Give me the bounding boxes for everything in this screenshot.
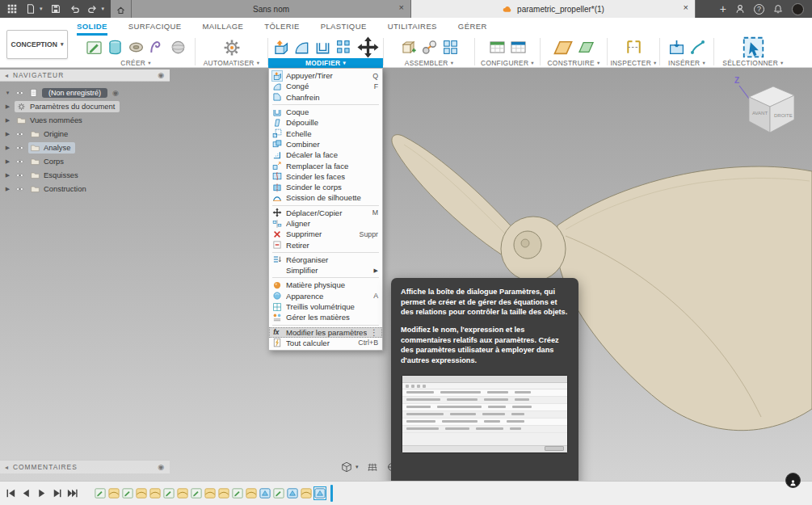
menu-item-aligner[interactable]: Aligner xyxy=(269,218,382,229)
timeline-feature-icon[interactable] xyxy=(204,487,216,499)
tree-item-parametres-document[interactable]: ▶ Paramètres du document xyxy=(0,99,170,113)
timeline-feature-icon[interactable] xyxy=(136,487,147,499)
app-grid-icon[interactable] xyxy=(6,3,18,15)
view-cube[interactable]: Z AVANT DROITE xyxy=(730,73,804,144)
close-tab-icon[interactable]: × xyxy=(684,2,688,12)
focus-target-icon[interactable]: ◉ xyxy=(112,89,119,97)
timeline-feature-icon[interactable] xyxy=(301,487,312,499)
save-icon[interactable] xyxy=(50,3,61,15)
viewcube-front-face[interactable]: AVANT xyxy=(752,111,768,116)
tab-maillage[interactable]: MAILLAGE xyxy=(203,18,244,36)
tab-tolerie[interactable]: TÔLERIE xyxy=(264,18,299,36)
construction-plane-icon[interactable] xyxy=(553,37,574,58)
timeline-sketch-feature-icon[interactable] xyxy=(95,487,106,499)
menu-item-matiere-physique[interactable]: Matière physique xyxy=(269,280,382,290)
tab-solide[interactable]: SOLIDE xyxy=(77,18,107,36)
menu-item-reorganiser[interactable]: Réorganiser xyxy=(269,255,382,265)
tab-plastique[interactable]: PLASTIQUE xyxy=(321,18,367,36)
group-label-automatiser[interactable]: AUTOMATISER▾ xyxy=(196,58,267,68)
menu-item-treillis-volumetrique[interactable]: Treillis volumétrique xyxy=(269,301,382,312)
new-component-icon[interactable] xyxy=(400,39,417,56)
new-sketch-icon[interactable] xyxy=(86,39,103,56)
menu-item-retirer[interactable]: Retirer xyxy=(269,239,382,250)
comments-panel[interactable]: ◂ COMMENTAIRES ◉ xyxy=(0,460,170,473)
redo-caret-icon[interactable]: ▾ xyxy=(102,6,105,12)
tab-surfacique[interactable]: SURFACIQUE xyxy=(128,18,182,36)
document-tab-sans-nom[interactable]: Sans nom × xyxy=(132,0,411,18)
press-pull-icon[interactable] xyxy=(272,39,289,56)
timeline-sketch-feature-icon[interactable] xyxy=(232,487,243,499)
measure-icon[interactable] xyxy=(625,39,642,56)
visibility-eye-icon[interactable] xyxy=(15,129,25,139)
expand-icon[interactable]: ▾ xyxy=(4,90,11,96)
group-label-creer[interactable]: CRÉER▾ xyxy=(77,58,195,68)
help-icon[interactable]: ? xyxy=(754,4,764,15)
timeline-feature-icon[interactable] xyxy=(177,487,188,499)
visibility-eye-icon[interactable] xyxy=(15,184,25,194)
timeline-sketch-feature-icon[interactable] xyxy=(273,487,284,499)
timeline-feature-icon[interactable] xyxy=(246,487,257,499)
file-menu-icon[interactable] xyxy=(25,3,36,15)
group-label-construire[interactable]: CONSTRUIRE▾ xyxy=(541,58,607,68)
group-label-selectionner[interactable]: SÉLECTIONNER▾ xyxy=(714,58,792,68)
notifications-bell-icon[interactable] xyxy=(772,3,784,15)
expand-icon[interactable]: ▶ xyxy=(4,186,11,192)
menu-item-supprimer[interactable]: SupprimerSuppr xyxy=(269,229,382,239)
menu-item-echelle[interactable]: Echelle xyxy=(269,128,382,138)
menu-item-combiner[interactable]: Combiner xyxy=(269,139,382,149)
sphere-icon[interactable] xyxy=(170,39,187,56)
menu-item-decaler-la-face[interactable]: Décaler la face xyxy=(269,149,382,160)
timeline-sketch-feature-icon[interactable] xyxy=(191,487,202,499)
timeline-feature-icon[interactable] xyxy=(218,487,229,499)
expand-icon[interactable]: ▶ xyxy=(4,131,11,137)
expand-icon[interactable]: ▶ xyxy=(4,158,11,165)
group-label-configurer[interactable]: CONFIGURER▾ xyxy=(475,58,540,68)
shell-icon[interactable] xyxy=(314,39,331,56)
display-settings-caret-icon[interactable]: ▾ xyxy=(356,464,359,470)
menu-item-coque[interactable]: Coque xyxy=(269,107,382,117)
redo-icon[interactable] xyxy=(87,3,99,15)
menu-item-deplacer-copier[interactable]: Déplacer/CopierM xyxy=(269,208,382,218)
offset-plane-icon[interactable] xyxy=(578,39,595,56)
menu-item-scinder-les-faces[interactable]: Scinder les faces xyxy=(269,171,382,182)
menu-item-modifier-les-parametres[interactable]: fx Modifier les paramètres⋮ xyxy=(269,327,382,338)
collapse-panel-icon[interactable]: ◂ xyxy=(5,464,9,471)
fillet-icon[interactable] xyxy=(293,39,310,56)
menu-item-chanfrein[interactable]: Chanfrein xyxy=(269,92,382,103)
undo-icon[interactable] xyxy=(69,3,80,15)
menu-item-depouille[interactable]: Dépouille xyxy=(269,117,382,128)
group-label-assembler[interactable]: ASSEMBLER▾ xyxy=(384,58,474,68)
expand-icon[interactable]: ▶ xyxy=(4,145,11,151)
timeline-step-back-button[interactable] xyxy=(20,487,32,499)
timeline-step-forward-button[interactable] xyxy=(51,487,63,499)
timeline-position-marker[interactable] xyxy=(330,485,333,502)
home-tab[interactable] xyxy=(111,0,132,18)
menu-item-apparence[interactable]: ApparenceA xyxy=(269,291,382,301)
tree-root-document[interactable]: ▾ (Non enregistré) ◉ xyxy=(0,86,170,99)
torus-icon[interactable] xyxy=(128,39,145,56)
display-settings-icon[interactable] xyxy=(341,461,352,473)
tree-item-vues-nommees[interactable]: ▶ Vues nommées xyxy=(0,113,170,127)
timeline-sketch-feature-icon[interactable] xyxy=(122,487,133,499)
menu-item-simplifier[interactable]: Simplifier▶ xyxy=(269,265,382,276)
tree-item-analyse[interactable]: ▶ Analyse xyxy=(0,141,170,154)
assistant-bubble[interactable] xyxy=(785,473,801,488)
timeline-go-to-end-button[interactable] xyxy=(66,487,78,499)
tab-utilitaires[interactable]: UTILITAIRES xyxy=(388,18,437,36)
insert-curve-icon[interactable] xyxy=(689,39,706,56)
insert-icon[interactable] xyxy=(668,39,685,56)
panel-target-icon[interactable]: ◉ xyxy=(158,71,165,79)
visibility-eye-icon[interactable] xyxy=(15,88,25,98)
file-menu-caret-icon[interactable]: ▾ xyxy=(40,6,43,12)
timeline-play-button[interactable] xyxy=(36,487,48,499)
timeline-feature-icon[interactable] xyxy=(108,487,120,499)
coil-icon[interactable] xyxy=(149,39,166,56)
visibility-eye-icon[interactable] xyxy=(15,157,25,166)
timeline-go-to-start-button[interactable] xyxy=(5,487,17,499)
panel-target-icon[interactable]: ◉ xyxy=(158,463,165,471)
collapse-panel-icon[interactable]: ◂ xyxy=(5,72,9,79)
timeline-feature-icon[interactable] xyxy=(287,487,298,499)
group-label-inspecter[interactable]: INSPECTER▾ xyxy=(608,58,659,68)
viewcube-right-face[interactable]: DROITE xyxy=(774,113,793,118)
pattern-icon[interactable] xyxy=(335,39,352,56)
